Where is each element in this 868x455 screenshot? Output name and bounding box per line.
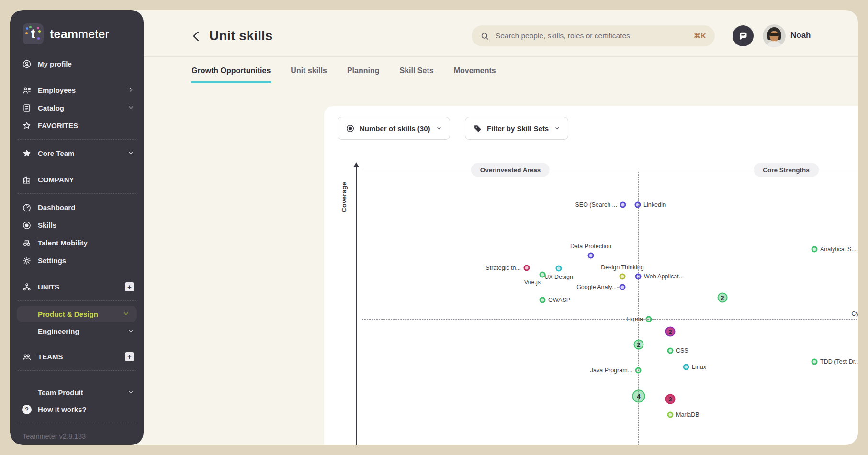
label-leader — [673, 351, 676, 351]
header-divider — [144, 56, 858, 57]
search-input[interactable] — [495, 31, 688, 41]
sidebar-item-label: Teammeter v2.8.183 — [23, 433, 134, 440]
sidebar-spacer — [10, 269, 144, 278]
tab-bar: Growth OpportunitiesUnit skillsPlanningS… — [192, 67, 496, 83]
sidebar-item-how-it-works[interactable]: ?How it works? — [10, 400, 144, 418]
settings-icon — [22, 256, 32, 266]
sidebar-item-teammeter-v2-8-183: Teammeter v2.8.183 — [10, 428, 144, 444]
label-leader — [643, 319, 647, 320]
label-leader — [688, 367, 692, 367]
page-header: Unit skills ⌘K — [144, 10, 858, 56]
sidebar-item-catalog[interactable]: Catalog — [10, 99, 144, 117]
sidebar: t teammeter My profileEmployeesCatalogFA… — [10, 10, 144, 445]
dashboard-icon — [22, 203, 32, 212]
chevron-right-icon — [128, 86, 134, 94]
sidebar-item-talent-mobility[interactable]: Talent Mobility — [10, 234, 144, 252]
skill-label-google-analy: Google Analy... — [576, 284, 617, 290]
skill-label-cybersecurity: Cybersecurity — [852, 311, 858, 317]
label-leader — [640, 205, 643, 205]
add-teams-button[interactable]: + — [125, 352, 134, 361]
label-leader — [817, 362, 820, 362]
skill-label-css: CSS — [676, 347, 688, 354]
sidebar-item-favorites[interactable]: FAVORITES — [10, 117, 144, 134]
add-units-button[interactable]: + — [125, 282, 134, 291]
sidebar-item-label: Talent Mobility — [38, 239, 134, 247]
sidebar-spacer — [10, 162, 144, 171]
brand-wordmark: teammeter — [50, 27, 109, 41]
label-leader — [673, 415, 676, 415]
tab-planning[interactable]: Planning — [347, 67, 380, 83]
chevron-down-icon — [128, 104, 134, 112]
growth-opportunities-card: Number of skills (30) Filter by Skill Se… — [324, 106, 858, 445]
skill-cluster-badge[interactable]: 2 — [665, 327, 676, 337]
sidebar-divider — [18, 193, 136, 194]
search-bar[interactable]: ⌘K — [472, 25, 715, 46]
sidebar-item-label: COMPANY — [38, 176, 134, 184]
scatter-chart: CoverageOverinvested AreasCore Strengths… — [324, 106, 858, 445]
sidebar-item-dashboard[interactable]: Dashboard — [10, 199, 144, 216]
sidebar-spacer — [10, 339, 144, 348]
skill-label-linux: Linux — [692, 364, 706, 370]
sidebar-item-label: TEAMS — [38, 353, 119, 361]
skill-point-design-thinking[interactable] — [620, 274, 626, 280]
page-title: Unit skills — [209, 28, 272, 44]
sidebar-divider — [18, 300, 136, 301]
brand: t teammeter — [10, 10, 144, 44]
tab-movements[interactable]: Movements — [454, 67, 496, 83]
sidebar-item-product-design[interactable]: Product & Design — [17, 306, 137, 322]
skill-label-design-thinking: Design Thinking — [601, 264, 643, 271]
app-window: t teammeter My profileEmployeesCatalogFA… — [10, 10, 858, 445]
chevron-down-icon — [128, 327, 134, 335]
skill-cluster-badge[interactable]: 2 — [634, 340, 644, 350]
skill-label-seo-search: SEO (Search ... — [575, 201, 617, 208]
skill-label-strategic-th: Strategic th... — [485, 265, 521, 271]
sidebar-item-core-team[interactable]: Core Team — [10, 144, 144, 162]
skill-cluster-badge[interactable]: 4 — [632, 390, 645, 403]
chevron-down-icon — [128, 388, 134, 397]
sidebar-divider — [18, 370, 136, 371]
core-team-icon — [22, 149, 32, 158]
teams-icon — [22, 352, 32, 362]
y-axis-arrow — [353, 162, 359, 167]
skill-label-mariadb: MariaDB — [676, 411, 699, 418]
skill-label-java-program: Java Program... — [590, 367, 632, 374]
sidebar-item-label: Skills — [38, 221, 134, 229]
chat-button[interactable] — [733, 25, 754, 46]
sidebar-item-skills[interactable]: Skills — [10, 216, 144, 234]
sidebar-item-settings[interactable]: Settings — [10, 252, 144, 269]
skill-point-data-protection[interactable] — [588, 253, 594, 259]
label-leader — [545, 300, 548, 300]
vertical-split-line — [638, 172, 639, 445]
sidebar-item-company[interactable]: COMPANY — [10, 171, 144, 189]
tab-skill-sets[interactable]: Skill Sets — [399, 67, 433, 83]
skill-cluster-badge[interactable]: 2 — [665, 394, 676, 404]
sidebar-item-team-produit[interactable]: Team Produit — [10, 384, 144, 400]
sidebar-item-units[interactable]: UNITS+ — [10, 278, 144, 296]
tab-unit-skills[interactable]: Unit skills — [291, 67, 327, 83]
sidebar-item-my-profile[interactable]: My profile — [10, 55, 144, 73]
catalog-icon — [22, 103, 32, 113]
label-leader — [641, 277, 644, 277]
skill-cluster-badge[interactable]: 2 — [718, 293, 728, 303]
avatar[interactable] — [763, 24, 786, 47]
search-icon — [480, 32, 489, 41]
tab-growth-opportunities[interactable]: Growth Opportunities — [192, 67, 271, 83]
sidebar-spacer — [10, 376, 144, 384]
sidebar-item-label: How it works? — [38, 405, 134, 413]
skill-label-owasp: OWASP — [548, 297, 570, 303]
y-axis-title: Coverage — [340, 182, 348, 212]
talent-mobility-icon — [22, 238, 32, 248]
sidebar-item-engineering[interactable]: Engineering — [10, 323, 144, 339]
sidebar-item-label: Catalog — [38, 104, 122, 112]
skill-point-ux-design[interactable] — [556, 266, 562, 272]
sidebar-item-teams[interactable]: TEAMS+ — [10, 348, 144, 366]
search-shortcut: ⌘K — [694, 32, 706, 40]
skill-label-ux-design: UX Design — [544, 274, 573, 280]
skill-point-vue-js[interactable] — [540, 272, 546, 278]
back-chevron-icon[interactable] — [192, 31, 202, 42]
skill-label-analytical-s: Analytical S... — [820, 246, 857, 253]
company-icon — [22, 175, 32, 185]
skill-label-figma: Figma — [626, 316, 643, 322]
skill-label-data-protection: Data Protection — [570, 243, 611, 250]
sidebar-item-employees[interactable]: Employees — [10, 81, 144, 99]
